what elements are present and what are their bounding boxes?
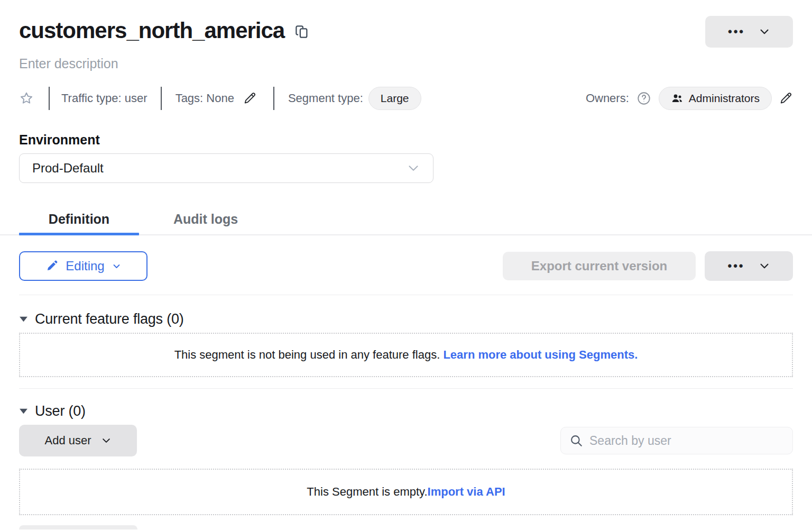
feature-flags-empty-text: This segment is not being used in any fe… bbox=[174, 348, 440, 362]
user-search-box bbox=[560, 427, 793, 454]
add-user-button-label: Add user bbox=[44, 434, 91, 447]
user-section-title: User (0) bbox=[35, 403, 86, 419]
owners-label: Owners: bbox=[586, 92, 629, 105]
traffic-type-label: Traffic type: user bbox=[61, 92, 147, 105]
owners-badge[interactable]: Administrators bbox=[659, 87, 772, 110]
meta-left: Traffic type: user Tags: None Segment ty… bbox=[19, 87, 421, 110]
tabs: Definition Audit logs bbox=[0, 204, 812, 234]
favorite-star-icon[interactable] bbox=[19, 91, 34, 106]
collapse-triangle-icon bbox=[19, 315, 28, 323]
tab-definition[interactable]: Definition bbox=[19, 204, 139, 234]
section-divider bbox=[19, 388, 793, 389]
pencil-icon bbox=[45, 260, 58, 272]
people-icon bbox=[671, 92, 684, 105]
tags-label: Tags: None bbox=[176, 92, 234, 105]
toolbar-right: Export current version ••• bbox=[503, 251, 793, 281]
meta-separator bbox=[49, 87, 50, 110]
edit-tags-pencil-icon[interactable] bbox=[243, 92, 257, 105]
edit-owners-pencil-icon[interactable] bbox=[779, 92, 793, 105]
header: customers_north_america ••• bbox=[19, 16, 793, 48]
segment-detail-page: customers_north_america ••• Enter descri… bbox=[0, 0, 812, 529]
environment-selected-value: Prod-Default bbox=[32, 161, 104, 176]
meta-separator bbox=[161, 87, 162, 110]
chevron-down-icon bbox=[112, 262, 121, 271]
chevron-down-icon bbox=[101, 435, 112, 446]
user-section-header[interactable]: User (0) bbox=[19, 403, 793, 419]
toolbar-divider bbox=[19, 295, 793, 295]
user-empty-state: This Segment is empty. Import via API bbox=[19, 469, 793, 515]
chevron-down-icon bbox=[759, 260, 770, 272]
chevron-down-icon bbox=[407, 161, 420, 175]
page-title: customers_north_america bbox=[19, 16, 284, 45]
owners-badge-label: Administrators bbox=[689, 92, 760, 105]
copy-icon[interactable] bbox=[294, 24, 310, 40]
meta-separator bbox=[273, 87, 274, 110]
search-by-user-input[interactable] bbox=[589, 434, 784, 448]
toolbar: Editing Export current version ••• bbox=[19, 251, 793, 281]
header-more-button[interactable]: ••• bbox=[705, 16, 793, 48]
segment-type-badge-label: Large bbox=[381, 92, 409, 105]
description-placeholder[interactable]: Enter description bbox=[19, 56, 793, 71]
learn-more-link[interactable]: Learn more about using Segments. bbox=[443, 348, 638, 362]
search-icon bbox=[569, 434, 583, 447]
environment-select[interactable]: Prod-Default bbox=[19, 153, 433, 183]
chevron-down-icon bbox=[759, 26, 770, 38]
environment-label: Environment bbox=[19, 132, 793, 148]
editing-button-label: Editing bbox=[66, 259, 104, 273]
partial-bottom-button[interactable] bbox=[19, 525, 137, 529]
tabs-bar: Definition Audit logs bbox=[0, 204, 812, 235]
ellipsis-icon: ••• bbox=[728, 26, 745, 38]
toolbar-more-button[interactable]: ••• bbox=[705, 251, 793, 281]
segment-type-badge: Large bbox=[368, 87, 421, 110]
editing-mode-button[interactable]: Editing bbox=[19, 251, 147, 281]
feature-flags-empty-state: This segment is not being used in any fe… bbox=[19, 333, 793, 377]
feature-flags-section-title: Current feature flags (0) bbox=[35, 311, 184, 327]
meta-row: Traffic type: user Tags: None Segment ty… bbox=[19, 86, 793, 111]
segment-type-label: Segment type: bbox=[288, 92, 363, 105]
feature-flags-section-header[interactable]: Current feature flags (0) bbox=[19, 311, 793, 327]
ellipsis-icon: ••• bbox=[727, 260, 744, 272]
collapse-triangle-icon bbox=[19, 407, 28, 415]
meta-right: Owners: Administrators bbox=[586, 87, 793, 110]
user-empty-text: This Segment is empty. bbox=[307, 485, 427, 499]
export-current-version-button[interactable]: Export current version bbox=[503, 252, 696, 280]
title-wrap: customers_north_america bbox=[19, 16, 310, 45]
import-via-api-link[interactable]: Import via API bbox=[428, 485, 505, 499]
add-user-button[interactable]: Add user bbox=[19, 425, 137, 456]
owners-help-icon[interactable] bbox=[636, 91, 651, 106]
user-controls-row: Add user bbox=[19, 425, 793, 456]
tab-audit-logs[interactable]: Audit logs bbox=[139, 204, 272, 234]
